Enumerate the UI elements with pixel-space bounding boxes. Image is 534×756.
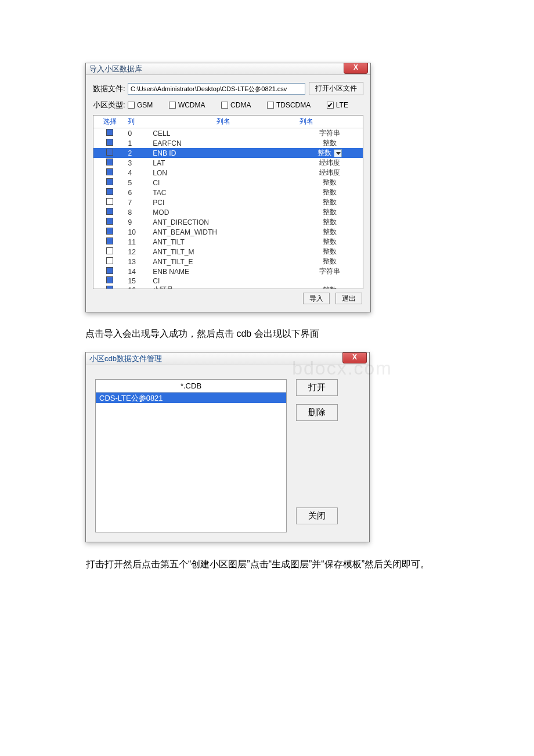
row-coltype: 字符串 [297, 128, 363, 139]
checkbox-box[interactable] [128, 102, 135, 109]
row-index: 15 [125, 276, 150, 285]
row-index: 14 [125, 267, 150, 276]
row-select-box[interactable] [106, 276, 113, 283]
celltype-checkbox-lte[interactable]: ✔LTE [327, 101, 348, 109]
grid-row[interactable]: 5CI整数 [93, 178, 363, 188]
row-index: 2 [125, 148, 150, 158]
grid-row[interactable]: 13ANT_TILT_E整数 [93, 257, 363, 267]
close-button[interactable]: 关闭 [296, 507, 338, 524]
dialog2-title: 小区cdb数据文件管理 [89, 354, 162, 363]
row-index: 16 [125, 285, 150, 289]
checkbox-box[interactable] [169, 102, 176, 109]
grid-row[interactable]: 9ANT_DIRECTION整数 [93, 217, 363, 227]
dialog2-titlebar[interactable]: 小区cdb数据文件管理 X bdocx.com [86, 352, 369, 365]
row-colname: PCI [150, 197, 297, 207]
import-button[interactable]: 导入 [303, 293, 330, 304]
grid-row[interactable]: 3LAT经纬度 [93, 158, 363, 168]
type-label: 小区类型: [93, 100, 128, 110]
celltype-checkbox-gsm[interactable]: GSM [128, 101, 153, 109]
paragraph-1: 点击导入会出现导入成功，然后点击 cdb 会出现以下界面 [85, 326, 434, 341]
grid-row[interactable]: 8MOD整数 [93, 207, 363, 217]
dialog1-close-button[interactable]: X [344, 63, 368, 74]
row-colname: CI [150, 178, 297, 188]
row-select-box[interactable] [106, 168, 113, 175]
grid-row[interactable]: 10ANT_BEAM_WIDTH整数 [93, 227, 363, 237]
checkbox-box[interactable] [221, 102, 228, 109]
import-cell-db-dialog: 导入小区数据库 X 数据文件: C:\Users\Administrator\D… [85, 63, 371, 312]
grid-row[interactable]: 2ENB ID整数 [93, 148, 363, 158]
row-coltype: 经纬度 [297, 168, 363, 178]
cdb-list-header: *.CDB [96, 380, 286, 393]
row-index: 0 [125, 128, 150, 139]
open-button[interactable]: 打开 [296, 379, 338, 396]
grid-row[interactable]: 14ENB NAME字符串 [93, 267, 363, 276]
checkbox-box[interactable]: ✔ [327, 102, 334, 109]
row-coltype: 整数 [297, 207, 363, 217]
grid-row[interactable]: 11ANT_TILT整数 [93, 237, 363, 247]
row-select-box[interactable] [106, 218, 113, 225]
row-select-box[interactable] [106, 198, 113, 205]
grid-row[interactable]: 0CELL字符串 [93, 128, 363, 139]
cdb-manager-dialog: 小区cdb数据文件管理 X bdocx.com *.CDB CDS-LTE公参0… [85, 352, 370, 542]
grid-header-col[interactable]: 列 [125, 116, 150, 128]
row-colname: LON [150, 168, 297, 178]
grid-header-name[interactable]: 列名 [150, 116, 297, 128]
cdb-listbox[interactable]: *.CDB CDS-LTE公参0821 [95, 379, 287, 532]
grid-row[interactable]: 7PCI整数 [93, 197, 363, 207]
row-colname: ANT_BEAM_WIDTH [150, 227, 297, 237]
celltype-checkbox-tdscdma[interactable]: TDSCDMA [267, 101, 311, 109]
row-select-box[interactable] [106, 228, 113, 235]
row-colname: ENB ID [150, 148, 297, 158]
grid-row[interactable]: 1EARFCN整数 [93, 138, 363, 148]
paragraph-2: 打击打开然后点击第五个“创建小区图层”点击“生成图层”并“保存模板”然后关闭即可… [67, 556, 476, 572]
grid-row[interactable]: 12ANT_TILT_M整数 [93, 247, 363, 257]
file-path-input[interactable]: C:\Users\Administrator\Desktop\CDS-LTE公参… [128, 83, 305, 95]
grid-header-select[interactable]: 选择 [93, 116, 125, 128]
row-coltype: 整数 [297, 227, 363, 237]
chevron-down-icon[interactable] [334, 149, 342, 157]
row-coltype: 整数 [297, 138, 363, 148]
row-index: 9 [125, 217, 150, 227]
row-coltype: 整数 [297, 178, 363, 188]
row-colname: EARFCN [150, 138, 297, 148]
row-select-box[interactable] [106, 257, 113, 264]
row-colname: TAC [150, 188, 297, 197]
celltype-checkbox-wcdma[interactable]: WCDMA [169, 101, 205, 109]
dialog1-titlebar[interactable]: 导入小区数据库 X [86, 63, 370, 75]
row-index: 10 [125, 227, 150, 237]
row-colname: ANT_TILT_E [150, 257, 297, 267]
grid-row[interactable]: 4LON经纬度 [93, 168, 363, 178]
checkbox-label: TDSCDMA [276, 101, 311, 109]
open-cell-file-button[interactable]: 打开小区文件 [309, 82, 363, 95]
row-select-box[interactable] [106, 267, 113, 274]
file-label: 数据文件: [93, 84, 128, 94]
column-grid[interactable]: 选择 列 列名 列名 0CELL字符串1EARFCN整数2ENB ID整数3LA… [93, 115, 363, 289]
row-index: 6 [125, 188, 150, 197]
checkbox-box[interactable] [267, 102, 274, 109]
row-select-box[interactable] [106, 149, 113, 156]
grid-row[interactable]: 16小区号整数 [93, 285, 363, 289]
row-coltype: 整数 [297, 247, 363, 257]
celltype-checkbox-cdma[interactable]: CDMA [221, 101, 251, 109]
row-select-box[interactable] [106, 247, 113, 254]
row-colname: MOD [150, 207, 297, 217]
row-select-box[interactable] [106, 237, 113, 244]
dialog2-close-button[interactable]: X [342, 352, 367, 363]
row-select-box[interactable] [106, 159, 113, 165]
checkbox-label: CDMA [230, 101, 251, 109]
row-coltype: 整数 [297, 237, 363, 247]
row-select-box[interactable] [106, 188, 113, 195]
row-coltype: 整数 [297, 285, 363, 289]
grid-header-type[interactable]: 列名 [297, 116, 363, 128]
cdb-list-item[interactable]: CDS-LTE公参0821 [96, 393, 286, 403]
delete-button[interactable]: 删除 [296, 404, 338, 421]
grid-row[interactable]: 6TAC整数 [93, 188, 363, 197]
row-select-box[interactable] [106, 139, 113, 146]
row-select-box[interactable] [106, 178, 113, 185]
exit-button[interactable]: 退出 [335, 293, 362, 304]
grid-row[interactable]: 15CI [93, 276, 363, 285]
row-colname: ENB NAME [150, 267, 297, 276]
row-coltype: 整数 [297, 217, 363, 227]
row-select-box[interactable] [106, 129, 113, 136]
row-select-box[interactable] [106, 208, 113, 215]
